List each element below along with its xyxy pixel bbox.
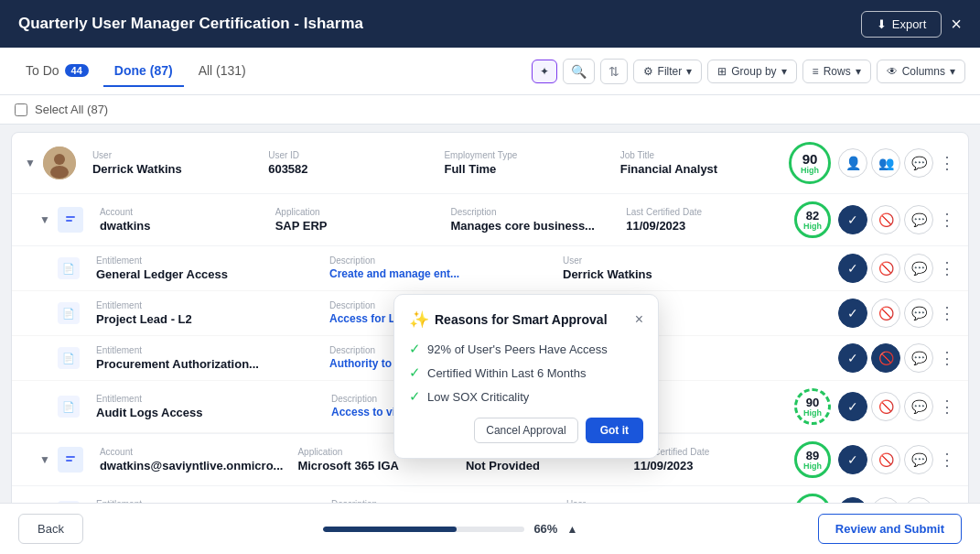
tab-bar: To Do 44 Done (87) All (131) ✦ 🔍 ⇅ ⚙ Fil…: [0, 48, 980, 95]
ent2-approve-icon[interactable]: ✓: [838, 299, 867, 328]
rows-button[interactable]: ≡ Rows ▾: [802, 60, 871, 83]
ent2-more-button[interactable]: ⋮: [939, 303, 955, 323]
select-all-bar: Select All (87): [0, 95, 980, 125]
entitlement-bottom-actions: ✓ 🚫 💬 ⋮: [838, 497, 955, 503]
account2-action-icons: ✓ 🚫 💬 ⋮: [838, 445, 955, 474]
entitlement3-icon: 📄: [58, 347, 80, 369]
search-icon: 🔍: [571, 64, 587, 79]
account1-action-icons: ✓ 🚫 💬 ⋮: [838, 205, 955, 234]
account2-name-field: Account dwatkins@saviyntlive.onmicro...: [92, 447, 291, 473]
entitlement-bottom-user-field: User Subscription: [559, 499, 794, 503]
export-button[interactable]: ⬇ Export: [861, 11, 942, 38]
cancel-approval-button[interactable]: Cancel Approval: [474, 418, 577, 443]
entitlement-bottom-desc-field: Description Not Provided: [324, 499, 559, 503]
entitlement-bottom-row: 📄 Entitlement Microsoft Azure Enterprise…: [12, 486, 968, 503]
ent3-ban-icon[interactable]: 🚫: [871, 343, 900, 373]
tab-done[interactable]: Done (87): [103, 56, 184, 87]
entb-more-button[interactable]: ⋮: [939, 502, 955, 503]
account2-more-button[interactable]: ⋮: [939, 450, 955, 470]
entitlement1-icon: 📄: [58, 257, 80, 279]
entitlement1-action-icons: ✓ 🚫 💬 ⋮: [838, 254, 955, 283]
ent4-more-button[interactable]: ⋮: [939, 396, 955, 417]
account1-more-button[interactable]: ⋮: [939, 210, 955, 230]
sort-button[interactable]: ⇅: [600, 59, 628, 84]
account2-score-badge: 89 High: [794, 441, 831, 478]
entitlement1-desc-field: Description Create and manage ent...: [322, 255, 555, 281]
main-content: ▼ User Derrick Watkins User ID 603582 Em…: [0, 125, 980, 503]
user-action-profile[interactable]: 👤: [838, 148, 867, 178]
filter-icon: ⚙: [643, 65, 653, 78]
popup-reason-1: ✓ 92% of User's Peers Have Access: [409, 341, 643, 357]
ent4-message-icon[interactable]: 💬: [904, 392, 933, 421]
ent4-ban-icon[interactable]: 🚫: [871, 392, 900, 421]
todo-badge: 44: [65, 64, 89, 77]
smart-filter-button[interactable]: ✦: [532, 60, 557, 83]
expand-account2-button[interactable]: ▼: [39, 453, 50, 466]
account1-fields: Account dwatkins Application SAP ERP Des…: [92, 207, 794, 233]
popup-title: ✨ Reasons for Smart Approval: [409, 310, 608, 330]
user-avatar: [43, 147, 76, 179]
expand-user-button[interactable]: ▼: [25, 157, 36, 169]
tab-all[interactable]: All (131): [188, 56, 257, 87]
account2-icon: [58, 447, 83, 473]
check-icon-2: ✓: [409, 364, 421, 381]
sort-icon: ⇅: [608, 64, 619, 79]
ent2-message-icon[interactable]: 💬: [904, 299, 933, 328]
review-submit-button[interactable]: Review and Submit: [818, 514, 962, 544]
entb-ban-icon[interactable]: 🚫: [871, 497, 900, 503]
ent1-ban-icon[interactable]: 🚫: [871, 254, 900, 283]
entitlement2-action-icons: ✓ 🚫 💬 ⋮: [838, 299, 955, 328]
ent4-approve-icon[interactable]: ✓: [838, 392, 867, 421]
close-button[interactable]: ×: [951, 14, 962, 35]
entitlement1-fields: Entitlement General Ledger Access Descri…: [89, 255, 789, 281]
columns-button[interactable]: 👁 Columns ▾: [877, 60, 965, 83]
back-button[interactable]: Back: [18, 514, 83, 544]
ent3-message-icon[interactable]: 💬: [904, 343, 933, 373]
user-row: ▼ User Derrick Watkins User ID 603582 Em…: [12, 133, 968, 194]
account1-row: ▼ Account dwatkins Application SAP ERP: [12, 194, 968, 246]
user-action-message[interactable]: 💬: [904, 148, 933, 178]
account2-approve-icon[interactable]: ✓: [838, 445, 867, 474]
user-name-field: User Derrick Watkins: [85, 150, 261, 176]
page-title: Quarterly User Manager Certification - I…: [18, 15, 363, 33]
expand-account1-button[interactable]: ▼: [39, 213, 50, 226]
user-action-compare[interactable]: 👥: [871, 148, 900, 178]
groupby-chevron-icon: ▾: [781, 65, 787, 78]
popup-reason-3: ✓ Low SOX Criticality: [409, 388, 643, 405]
columns-icon: 👁: [887, 65, 898, 78]
popup-close-button[interactable]: ×: [635, 311, 643, 328]
ent3-approve-icon[interactable]: ✓: [838, 343, 867, 373]
account1-cert-field: Last Certified Date 11/09/2023: [619, 207, 794, 233]
account2-message-icon[interactable]: 💬: [904, 445, 933, 474]
user-more-button[interactable]: ⋮: [939, 153, 955, 173]
entitlement-bottom-name-field: Entitlement Microsoft Azure Enterprise(.…: [89, 499, 324, 503]
ent2-ban-icon[interactable]: 🚫: [871, 299, 900, 328]
progress-chevron-icon[interactable]: ▲: [566, 523, 577, 536]
entitlement4-action-icons: ✓ 🚫 💬 ⋮: [838, 392, 955, 421]
svg-point-2: [50, 166, 69, 179]
ent4-score-badge: 90 High: [794, 388, 831, 425]
filter-button[interactable]: ⚙ Filter ▾: [633, 60, 703, 83]
search-button[interactable]: 🔍: [563, 59, 595, 84]
header: Quarterly User Manager Certification - I…: [0, 0, 980, 48]
entitlement-row-1: 📄 Entitlement General Ledger Access Desc…: [12, 246, 968, 291]
ent1-more-button[interactable]: ⋮: [939, 258, 955, 278]
account1-ban-icon[interactable]: 🚫: [871, 205, 900, 234]
ent3-more-button[interactable]: ⋮: [939, 348, 955, 368]
popup-footer: Cancel Approval Got it: [409, 418, 643, 443]
groupby-button[interactable]: ⊞ Group by ▾: [707, 60, 796, 83]
entb-approve-icon[interactable]: ✓: [838, 497, 867, 503]
select-all-checkbox[interactable]: [15, 103, 27, 116]
account1-approve-icon[interactable]: ✓: [838, 205, 867, 234]
entb-message-icon[interactable]: 💬: [904, 497, 933, 503]
ent1-approve-icon[interactable]: ✓: [838, 254, 867, 283]
tab-todo[interactable]: To Do 44: [15, 56, 100, 87]
user-score-badge: 90 High: [789, 142, 831, 184]
entitlement4-name-field: Entitlement Audit Logs Access: [89, 394, 324, 419]
svg-rect-5: [66, 220, 72, 222]
account2-ban-icon[interactable]: 🚫: [871, 445, 900, 474]
ent1-message-icon[interactable]: 💬: [904, 254, 933, 283]
progress-bar-fill: [323, 527, 456, 532]
account1-message-icon[interactable]: 💬: [904, 205, 933, 234]
got-it-button[interactable]: Got it: [586, 418, 643, 443]
